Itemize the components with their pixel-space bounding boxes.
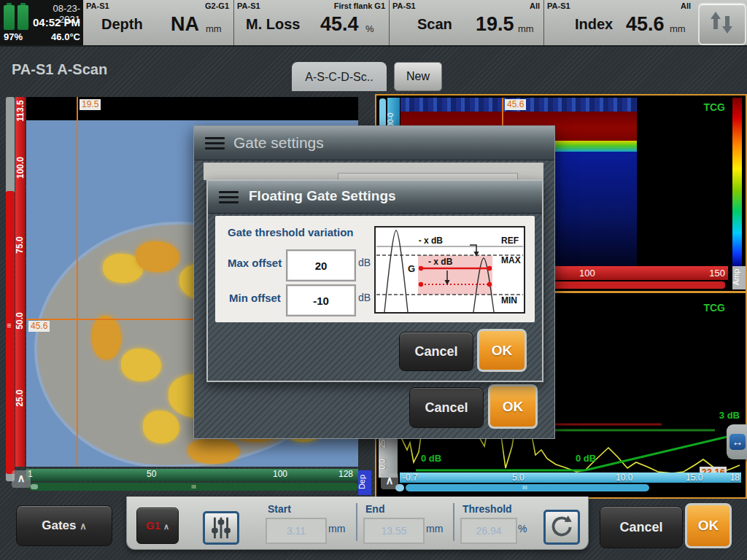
axis-tick: 100 xyxy=(273,469,287,479)
end-unit: mm xyxy=(426,523,443,534)
bscan-cursor-value: 45.6 xyxy=(505,99,526,110)
measure-value: 45.4 xyxy=(320,13,359,36)
measure-value: 45.6 xyxy=(626,13,665,36)
gate-selector-dropdown[interactable]: G1 ∧ xyxy=(136,508,179,544)
ascan-scrollbar[interactable]: III xyxy=(406,484,649,491)
measure-mloss[interactable]: PA-S1 First flank G1 M. Loss 45.4 % xyxy=(233,0,390,45)
divider xyxy=(356,503,357,541)
slide-panel-handle[interactable]: ↔ xyxy=(727,424,747,459)
min-offset-unit: dB xyxy=(358,292,371,303)
bscan-axis-name-tab[interactable]: Amp xyxy=(732,266,746,289)
gate-adjust-mode-button[interactable] xyxy=(203,511,239,545)
qualifier-label: G2-G1 xyxy=(205,1,229,10)
start-input[interactable] xyxy=(266,518,327,544)
cscan-blob xyxy=(92,316,121,359)
measure-index[interactable]: PA-S1 All Index 45.6 mm xyxy=(543,0,695,45)
cscan-axis-name-tab[interactable]: Dep xyxy=(358,470,371,495)
dialog-title: Gate settings xyxy=(233,134,324,152)
measure-label: Scan xyxy=(417,16,452,33)
axis-tick: 10.0 xyxy=(616,472,632,483)
ref-label: REF xyxy=(501,236,519,246)
scroll-grip: III xyxy=(522,484,527,491)
reset-button[interactable] xyxy=(543,510,580,545)
min-offset-label: Min offset xyxy=(229,292,281,304)
page-title: PA-S1 A-Scan xyxy=(12,61,107,78)
tcg-gain-label-3: 3 dB xyxy=(719,410,740,421)
end-input[interactable] xyxy=(363,518,425,544)
menu-icon[interactable] xyxy=(219,191,239,203)
threshold-label: Threshold xyxy=(462,503,512,515)
cscan-index-ruler: 113.5 100.0 75.0 50.0 25.0 xyxy=(15,97,25,467)
index-cursor-value: 45.6 xyxy=(28,321,50,332)
divider xyxy=(453,503,454,541)
probe-label: PA-S1 xyxy=(237,1,260,10)
gate-parameters-panel: G1 ∧ Start mm End mm Threshold % xyxy=(126,497,589,550)
swap-views-button[interactable] xyxy=(698,3,746,45)
cscan-vertical-scroll-thumb[interactable]: III xyxy=(6,191,15,474)
floating-gate-settings-dialog: Floating Gate Settings Gate threshold va… xyxy=(206,179,543,382)
cscan-expand-chevron[interactable]: ∧ xyxy=(12,470,31,488)
gate-dialog-ok-button[interactable]: OK xyxy=(488,384,538,429)
floating-dialog-panel: Gate threshold variation Max offset dB M… xyxy=(215,216,535,322)
floating-dialog-ok-button[interactable]: OK xyxy=(477,329,527,372)
axis-tick: 128 xyxy=(338,469,353,479)
axis-tick: 50 xyxy=(147,469,156,479)
cscan-blob xyxy=(188,438,239,464)
measure-label: Index xyxy=(575,16,613,33)
ruler-tick: 100.0 xyxy=(15,157,26,179)
measure-label: M. Loss xyxy=(246,16,300,33)
ascan-expand-chevron[interactable]: ∧ xyxy=(381,473,398,489)
toolbar-cancel-button[interactable]: Cancel xyxy=(600,506,683,548)
chevron-up-icon: ∧ xyxy=(80,521,87,532)
measure-scan[interactable]: PA-S1 All Scan 19.5 mm xyxy=(389,0,544,45)
floating-dialog-titlebar[interactable]: Floating Gate Settings xyxy=(208,181,542,214)
gates-menu-button[interactable]: Gates ∧ xyxy=(16,505,112,546)
qualifier-label: First flank G1 xyxy=(334,1,385,10)
start-label: Start xyxy=(268,503,291,515)
axis-tick: 150 xyxy=(709,268,725,279)
measure-depth[interactable]: PA-S1 G2-G1 Depth NA mm xyxy=(83,0,233,45)
toolbar-ok-button[interactable]: OK xyxy=(685,503,732,548)
battery-cell[interactable]: 08-23-2021 04:52 PM 97% 46.0°C xyxy=(0,0,83,45)
menu-icon[interactable] xyxy=(205,137,225,149)
cscan-horizontal-scrollbar[interactable]: III xyxy=(29,483,358,491)
new-layout-button[interactable]: New xyxy=(394,62,442,91)
measure-label: Depth xyxy=(101,16,143,33)
ruler-tick: 25.0 xyxy=(15,389,25,406)
battery-percent: 97% xyxy=(4,31,23,42)
gate-label: G xyxy=(408,263,415,274)
measure-unit: % xyxy=(365,23,374,34)
offset-label-mid: - x dB xyxy=(428,257,453,267)
qualifier-label: All xyxy=(681,1,691,10)
axis-tick: 18 xyxy=(730,472,740,483)
gate-dialog-titlebar[interactable]: Gate settings xyxy=(194,126,554,160)
section-title: Gate threshold variation xyxy=(228,226,354,238)
axis-name: Amp xyxy=(732,269,740,286)
gates-label: Gates xyxy=(42,518,76,532)
gate-selector-value: G1 xyxy=(146,519,160,532)
gate-dialog-cancel-button[interactable]: Cancel xyxy=(409,387,484,428)
ruler-tick: 50.0 xyxy=(15,312,25,329)
up-down-arrows-icon xyxy=(700,4,742,41)
measure-value: NA xyxy=(171,13,199,36)
ruler-tick: 75.0 xyxy=(15,236,25,253)
qualifier-label: All xyxy=(530,1,540,10)
temperature: 46.0°C xyxy=(35,31,80,42)
scan-cursor-value: 19.5 xyxy=(80,99,101,110)
max-offset-input[interactable] xyxy=(286,249,356,281)
sliders-icon xyxy=(205,513,237,542)
threshold-input[interactable] xyxy=(460,518,517,544)
tab-layout[interactable]: A-S-C-D-Sc.. xyxy=(292,62,387,91)
bscan-tcg-label: TCG xyxy=(703,101,725,113)
cscan-blob xyxy=(121,349,161,381)
max-offset-unit: dB xyxy=(358,257,371,268)
ascan-time-axis: -0.7 5.0 10.0 15.0 18 xyxy=(400,472,741,483)
axis-tick: 100 xyxy=(579,268,595,279)
floating-gate-diagram: - x dB - x dB REF MAX MIN G xyxy=(374,226,525,314)
min-offset-input[interactable] xyxy=(286,284,356,316)
amplitude-colorbar xyxy=(732,98,742,267)
time-text: 04:52 PM xyxy=(29,16,80,28)
cscan-vertical-scrollbar[interactable]: III xyxy=(6,97,15,481)
floating-dialog-cancel-button[interactable]: Cancel xyxy=(399,332,473,371)
scan-cursor-line[interactable] xyxy=(77,97,78,467)
